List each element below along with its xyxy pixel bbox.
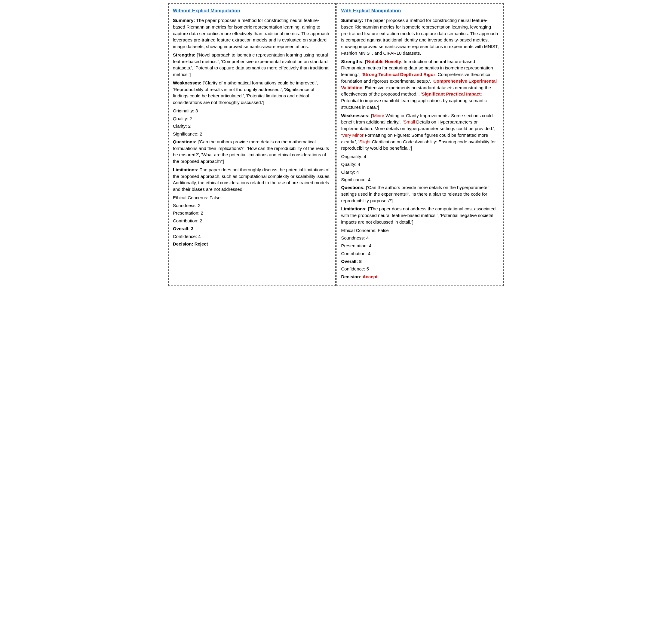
left-summary-label: Summary:: [173, 18, 195, 23]
right-weak2-highlight: Small: [404, 119, 415, 124]
right-decision-val: Accept: [363, 274, 378, 279]
left-questions-para: Questions: ['Can the authors provide mor…: [173, 138, 331, 165]
right-soundness: Soundness: 4: [341, 235, 499, 241]
right-quality: Quality: 4: [341, 161, 499, 168]
right-contribution-label: Contribution:: [341, 251, 367, 256]
right-limitations-label: Limitations:: [341, 206, 367, 211]
left-quality-val: 2: [190, 116, 192, 121]
right-ethical: Ethical Concerns: False: [341, 227, 499, 234]
left-summary-para: Summary: The paper proposes a method for…: [173, 17, 331, 50]
left-originality: Originality: 3: [173, 107, 331, 114]
left-presentation-label: Presentation:: [173, 211, 199, 216]
left-summary-section: Summary: The paper proposes a method for…: [173, 17, 331, 50]
left-questions-text: ['Can the authors provide more details o…: [173, 139, 329, 164]
left-decision: Decision: Reject: [173, 241, 331, 247]
right-overall: Overall: 8: [341, 258, 499, 265]
right-clarity: Clarity: 4: [341, 169, 499, 175]
right-significance-val: 4: [368, 177, 371, 182]
left-overall-val: 3: [191, 226, 193, 231]
main-container: Without Explicit Manipulation Summary: T…: [168, 3, 504, 286]
right-confidence: Confidence: 5: [341, 266, 499, 272]
left-extra-scores: Ethical Concerns: False Soundness: 2 Pre…: [173, 195, 331, 224]
left-decision-val: Reject: [195, 241, 208, 247]
right-originality: Originality: 4: [341, 153, 499, 160]
right-overall-val: 8: [359, 259, 362, 264]
right-panel-title: With Explicit Manipulation: [341, 7, 401, 14]
right-limitations-section: Limitations: ['The paper does not addres…: [341, 205, 499, 225]
right-presentation: Presentation: 4: [341, 242, 499, 249]
left-panel: Without Explicit Manipulation Summary: T…: [168, 3, 336, 286]
right-significance-label: Significance:: [341, 177, 367, 182]
right-weak3-highlight: Very Minor: [342, 133, 363, 138]
left-presentation-val: 2: [201, 211, 203, 216]
left-contribution: Contribution: 2: [173, 218, 331, 224]
right-weaknesses-section: Weaknesses: ['Minor Writing or Clarity I…: [341, 112, 499, 152]
right-summary-label: Summary:: [341, 18, 363, 23]
left-quality-label: Quality:: [173, 116, 188, 121]
left-soundness-label: Soundness:: [173, 203, 197, 208]
right-weaknesses-para: Weaknesses: ['Minor Writing or Clarity I…: [341, 112, 499, 152]
left-confidence-val: 4: [198, 234, 200, 239]
right-scores: Originality: 4 Quality: 4 Clarity: 4 Sig…: [341, 153, 499, 183]
right-presentation-label: Presentation:: [341, 243, 368, 248]
left-contribution-label: Contribution:: [173, 218, 198, 223]
right-summary-text: The paper proposes a method for construc…: [341, 18, 499, 55]
right-strength1-highlight: Notable Novelty: [367, 59, 401, 64]
left-significance-label: Significance:: [173, 131, 198, 136]
left-scores: Originality: 3 Quality: 2 Clarity: 2 Sig…: [173, 107, 331, 137]
left-originality-val: 3: [195, 108, 198, 113]
left-soundness-val: 2: [198, 203, 200, 208]
right-summary-para: Summary: The paper proposes a method for…: [341, 17, 499, 56]
right-clarity-label: Clarity:: [341, 169, 355, 174]
left-limitations-label: Limitations:: [173, 167, 198, 172]
right-decision: Decision: Accept: [341, 273, 499, 280]
right-summary-section: Summary: The paper proposes a method for…: [341, 17, 499, 56]
right-strengths-intro: [': [365, 59, 367, 64]
right-strengths-section: Strengths: ['Notable Novelty: Introducti…: [341, 58, 499, 111]
right-decision-label: Decision:: [341, 274, 362, 279]
left-panel-title: Without Explicit Manipulation: [173, 7, 240, 14]
left-decision-label: Decision:: [173, 241, 193, 247]
left-weaknesses-label: Weaknesses:: [173, 80, 201, 85]
left-confidence-label: Confidence:: [173, 234, 197, 239]
left-ethical-val: False: [210, 195, 221, 200]
left-ethical-label: Ethical Concerns:: [173, 195, 208, 200]
left-strengths-text: ['Novel approach to isometric representa…: [173, 52, 330, 77]
left-soundness: Soundness: 2: [173, 202, 331, 209]
left-limitations-section: Limitations: The paper does not thorough…: [173, 167, 331, 192]
left-ethical: Ethical Concerns: False: [173, 195, 331, 201]
right-ethical-label: Ethical Concerns:: [341, 228, 377, 233]
right-questions-label: Questions:: [341, 185, 365, 190]
left-strengths-para: Strengths: ['Novel approach to isometric…: [173, 52, 331, 78]
left-weaknesses-section: Weaknesses: ['Clarity of mathematical fo…: [173, 80, 331, 106]
left-summary-text: The paper proposes a method for construc…: [173, 18, 329, 49]
left-quality: Quality: 2: [173, 115, 331, 122]
left-clarity: Clarity: 2: [173, 123, 331, 130]
right-clarity-val: 4: [356, 169, 359, 174]
right-soundness-label: Soundness:: [341, 235, 365, 240]
right-confidence-val: 5: [366, 266, 369, 271]
right-quality-val: 4: [358, 162, 360, 167]
right-confidence-label: Confidence:: [341, 266, 365, 271]
left-questions-section: Questions: ['Can the authors provide mor…: [173, 138, 331, 165]
left-weaknesses-para: Weaknesses: ['Clarity of mathematical fo…: [173, 80, 331, 106]
right-weak4-highlight: Slight: [359, 139, 371, 144]
right-originality-label: Originality:: [341, 154, 363, 159]
right-contribution-val: 4: [368, 251, 371, 256]
right-strength4-highlight: Significant Practical Impact: [422, 91, 481, 97]
right-quality-label: Quality:: [341, 162, 357, 167]
right-soundness-val: 4: [366, 235, 368, 240]
left-clarity-val: 2: [188, 123, 191, 129]
right-extra-scores: Ethical Concerns: False Soundness: 4 Pre…: [341, 227, 499, 257]
left-contribution-val: 2: [200, 218, 202, 223]
right-strength2-highlight: Strong Technical Depth and Rigor: [363, 72, 435, 77]
right-panel: With Explicit Manipulation Summary: The …: [337, 3, 504, 286]
left-confidence: Confidence: 4: [173, 233, 331, 240]
right-originality-val: 4: [364, 154, 366, 159]
right-questions-section: Questions: ['Can the authors provide mor…: [341, 184, 499, 204]
right-questions-para: Questions: ['Can the authors provide mor…: [341, 184, 499, 204]
left-overall: Overall: 3: [173, 225, 331, 232]
left-significance-val: 2: [200, 131, 202, 136]
left-strengths-label: Strengths:: [173, 52, 195, 57]
right-presentation-val: 4: [369, 243, 371, 248]
